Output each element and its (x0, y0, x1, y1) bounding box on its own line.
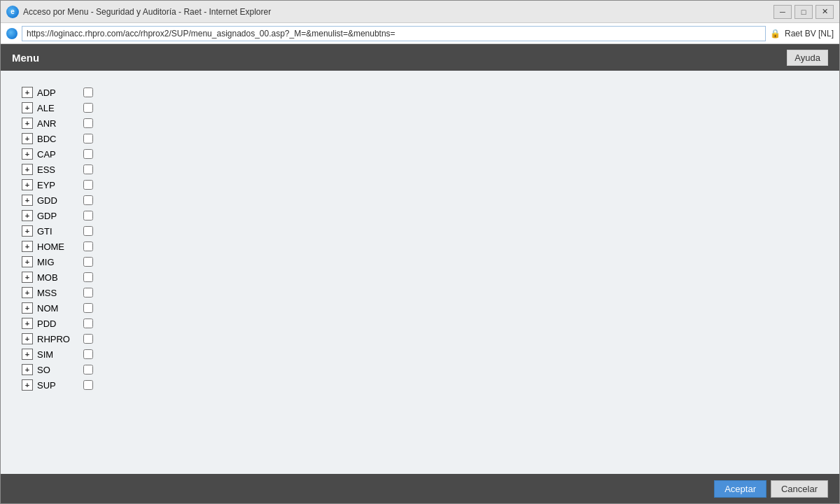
item-label-bdc: BDC (37, 134, 79, 144)
item-label-sup: SUP (37, 380, 79, 391)
item-checkbox-ale[interactable] (83, 103, 93, 113)
expand-btn-sim[interactable]: + (22, 349, 33, 360)
menu-item: +NOM (22, 300, 818, 316)
item-label-gti: GTI (37, 226, 79, 237)
item-label-ess: ESS (37, 164, 79, 175)
expand-btn-rhpro[interactable]: + (22, 333, 33, 344)
menu-item: +PDD (22, 316, 818, 331)
item-label-eyp: EYP (37, 180, 79, 190)
expand-btn-pdd[interactable]: + (22, 318, 33, 329)
item-checkbox-pdd[interactable] (83, 318, 93, 328)
item-label-pdd: PDD (37, 318, 79, 329)
maximize-button[interactable]: □ (794, 5, 813, 19)
item-checkbox-mss[interactable] (83, 288, 93, 298)
item-checkbox-gdd[interactable] (83, 195, 93, 205)
item-checkbox-sim[interactable] (83, 349, 93, 359)
item-checkbox-ess[interactable] (83, 164, 93, 174)
item-label-nom: NOM (37, 303, 79, 314)
expand-btn-gti[interactable]: + (22, 225, 33, 237)
ayuda-button[interactable]: Ayuda (787, 50, 828, 66)
close-button[interactable]: ✕ (816, 5, 834, 19)
expand-btn-home[interactable]: + (22, 241, 33, 252)
item-label-cap: CAP (37, 149, 79, 160)
menu-item: +MOB (22, 270, 818, 285)
item-label-sim: SIM (37, 349, 79, 360)
expand-btn-nom[interactable]: + (22, 302, 33, 314)
item-label-ale: ALE (37, 103, 79, 113)
expand-btn-adp[interactable]: + (22, 87, 33, 98)
menu-item: +SIM (22, 346, 818, 362)
url-input[interactable] (22, 26, 766, 41)
menu-item: +ALE (22, 100, 818, 115)
item-checkbox-bdc[interactable] (83, 134, 93, 144)
minimize-button[interactable]: ─ (774, 5, 792, 19)
menu-item: +EYP (22, 177, 818, 192)
item-checkbox-cap[interactable] (83, 149, 93, 159)
expand-btn-so[interactable]: + (22, 364, 33, 375)
item-label-rhpro: RHPRO (37, 334, 79, 344)
item-checkbox-anr[interactable] (83, 118, 93, 128)
ie-logo-icon: e (6, 6, 19, 18)
title-bar: e Acceso por Menu - Seguridad y Auditorí… (1, 1, 839, 23)
item-checkbox-rhpro[interactable] (83, 334, 93, 344)
menu-item: +ANR (22, 115, 818, 131)
item-checkbox-gti[interactable] (83, 226, 93, 236)
address-bar: 🔒 Raet BV [NL] (1, 23, 839, 44)
menu-item: +BDC (22, 131, 818, 146)
item-label-home: HOME (37, 241, 79, 252)
item-checkbox-home[interactable] (83, 241, 93, 251)
item-checkbox-eyp[interactable] (83, 180, 93, 190)
menu-item: +HOME (22, 239, 818, 254)
item-checkbox-so[interactable] (83, 365, 93, 374)
item-checkbox-mig[interactable] (83, 257, 93, 267)
expand-btn-sup[interactable]: + (22, 379, 33, 391)
item-label-mss: MSS (37, 288, 79, 298)
item-checkbox-gdp[interactable] (83, 211, 93, 220)
raet-badge: Raet BV [NL] (785, 29, 834, 38)
expand-btn-eyp[interactable]: + (22, 179, 33, 190)
expand-btn-bdc[interactable]: + (22, 133, 33, 144)
menu-item: +ESS (22, 162, 818, 177)
window-controls: ─ □ ✕ (774, 5, 834, 19)
menu-item: +MIG (22, 254, 818, 270)
item-checkbox-mob[interactable] (83, 272, 93, 282)
window-title: Acceso por Menu - Seguridad y Auditoría … (23, 7, 271, 17)
aceptar-button[interactable]: Aceptar (714, 480, 766, 498)
expand-btn-mss[interactable]: + (22, 287, 33, 298)
menu-item: +RHPRO (22, 331, 818, 346)
menu-items-list: +ADP+ALE+ANR+BDC+CAP+ESS+EYP+GDD+GDP+GTI… (22, 85, 818, 393)
expand-btn-gdd[interactable]: + (22, 195, 33, 206)
menu-header: Menu Ayuda (1, 44, 839, 71)
expand-btn-mig[interactable]: + (22, 256, 33, 267)
app-container: Menu Ayuda +ADP+ALE+ANR+BDC+CAP+ESS+EYP+… (1, 44, 839, 503)
browser-window: e Acceso por Menu - Seguridad y Auditorí… (0, 0, 840, 504)
item-label-so: SO (37, 365, 79, 375)
item-label-mig: MIG (37, 257, 79, 267)
lock-icon: 🔒 (770, 29, 780, 38)
expand-btn-ess[interactable]: + (22, 164, 33, 175)
item-label-mob: MOB (37, 272, 79, 283)
expand-btn-mob[interactable]: + (22, 272, 33, 283)
expand-btn-ale[interactable]: + (22, 102, 33, 113)
menu-item: +CAP (22, 146, 818, 162)
item-label-anr: ANR (37, 118, 79, 129)
item-label-gdd: GDD (37, 195, 79, 206)
footer-bar: Aceptar Cancelar (1, 474, 839, 503)
menu-item: +SUP (22, 377, 818, 393)
menu-item: +ADP (22, 85, 818, 100)
cancelar-button[interactable]: Cancelar (771, 480, 828, 498)
main-content: +ADP+ALE+ANR+BDC+CAP+ESS+EYP+GDD+GDP+GTI… (1, 71, 839, 474)
item-label-adp: ADP (37, 88, 79, 98)
item-checkbox-adp[interactable] (83, 88, 93, 97)
expand-btn-cap[interactable]: + (22, 148, 33, 160)
menu-item: +GTI (22, 223, 818, 239)
item-checkbox-nom[interactable] (83, 303, 93, 313)
item-checkbox-sup[interactable] (83, 380, 93, 390)
title-bar-left: e Acceso por Menu - Seguridad y Auditorí… (6, 6, 271, 18)
menu-item: +GDP (22, 208, 818, 223)
menu-item: +GDD (22, 192, 818, 208)
menu-item: +SO (22, 362, 818, 377)
menu-item: +MSS (22, 285, 818, 300)
expand-btn-gdp[interactable]: + (22, 210, 33, 221)
expand-btn-anr[interactable]: + (22, 118, 33, 129)
